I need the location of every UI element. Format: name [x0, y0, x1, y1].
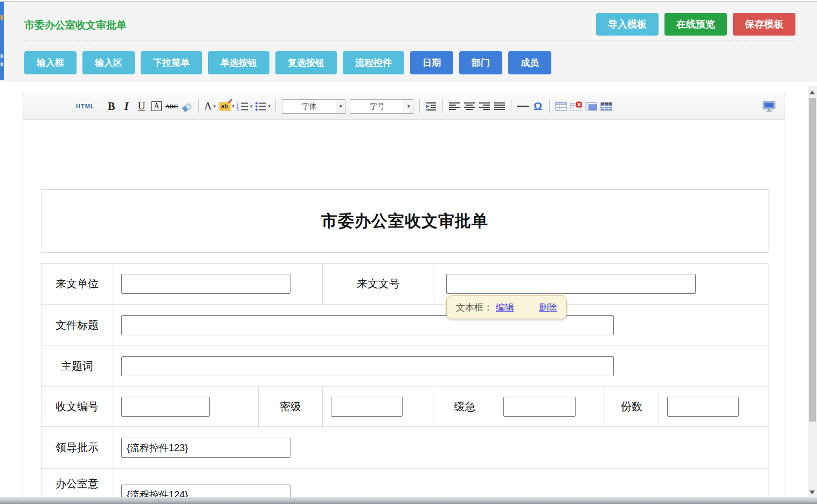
svg-text:3: 3	[237, 108, 239, 111]
copies-cell	[659, 386, 768, 427]
unordered-list-icon[interactable]: ▾	[255, 98, 271, 114]
scroll-down-icon[interactable]	[809, 491, 815, 494]
toolbar-separator	[549, 99, 550, 113]
table-properties-icon[interactable]	[600, 98, 613, 114]
table-row: 领导批示	[41, 427, 768, 469]
align-center-icon[interactable]	[463, 98, 476, 114]
align-justify-icon[interactable]	[493, 98, 506, 114]
pencil-icon	[227, 98, 232, 103]
scrollbar-thumb[interactable]	[809, 98, 816, 422]
receipt-number-input[interactable]	[121, 397, 210, 417]
widget-button-department[interactable]: 部门	[459, 51, 502, 74]
toolbar-separator	[198, 99, 199, 113]
tooltip-label: 文本框：	[456, 301, 493, 314]
editor-toolbar: HTML B I U A ABC A▾ ab ▾ 123 ▾ ▾	[23, 93, 785, 120]
table-row: 收文编号 密级 缓急 份数	[41, 386, 768, 427]
widget-button-radio[interactable]: 单选按钮	[208, 51, 269, 74]
indent-icon[interactable]	[425, 98, 438, 114]
widget-button-date[interactable]: 日期	[410, 51, 453, 74]
widget-button-checkbox[interactable]: 复选按钮	[275, 51, 337, 74]
underline-icon[interactable]: U	[135, 98, 148, 114]
select-arrow-icon[interactable]: ▼	[404, 100, 413, 113]
table-cell-properties-icon[interactable]	[585, 98, 598, 114]
align-left-icon[interactable]	[448, 98, 461, 114]
import-template-button[interactable]: 导入模板	[596, 13, 659, 36]
secrecy-level-cell	[323, 386, 435, 427]
urgency-label: 缓急	[434, 386, 495, 427]
chevron-down-icon: ▾	[213, 103, 216, 109]
left-edge-clipped-content	[0, 2, 4, 80]
insert-table-icon[interactable]	[555, 98, 567, 114]
widget-button-member[interactable]: 成员	[508, 51, 551, 74]
source-unit-cell	[113, 264, 323, 305]
widget-button-textarea[interactable]: 输入区	[82, 51, 135, 74]
widget-button-flow-control[interactable]: 流程控件	[343, 51, 404, 74]
widget-toolbar: 输入框 输入区 下拉菜单 单选按钮 复选按钮 流程控件 日期 部门 成员	[24, 51, 551, 74]
delete-table-icon[interactable]	[570, 98, 583, 114]
font-size-select[interactable]: 字号 ▼	[350, 99, 413, 114]
toolbar-separator	[419, 99, 420, 113]
fullscreen-icon[interactable]	[762, 98, 776, 114]
secrecy-level-input[interactable]	[331, 397, 403, 417]
leader-instructions-cell	[113, 427, 768, 469]
page-title: 市委办公室收文审批单	[24, 18, 127, 32]
source-unit-label: 来文单位	[41, 264, 113, 305]
ordered-list-icon[interactable]: 123 ▾	[237, 98, 253, 114]
chevron-down-icon: ▾	[232, 103, 235, 109]
document-number-input[interactable]	[446, 274, 696, 294]
window-bottom-bar	[0, 497, 817, 504]
header-panel: 市委办公室收文审批单 导入模板 在线预览 保存模板 输入框 输入区 下拉菜单 单…	[4, 2, 817, 82]
toolbar-separator	[511, 99, 511, 113]
html-source-icon[interactable]: HTML	[76, 98, 95, 114]
left-strip-mark	[1, 54, 3, 58]
template-actions: 导入模板 在线预览 保存模板	[596, 13, 795, 36]
save-template-button[interactable]: 保存模板	[733, 13, 795, 36]
table-row: 文件标题	[41, 305, 768, 346]
special-character-icon[interactable]: Ω	[531, 98, 544, 114]
edit-link[interactable]: 编辑	[496, 301, 514, 314]
subject-words-label: 主题词	[41, 346, 113, 386]
document-title-label: 文件标题	[41, 305, 113, 346]
document-title-cell	[113, 305, 768, 346]
scroll-up-icon[interactable]	[809, 91, 815, 94]
form-table: 来文单位 来文文号 文件标题	[41, 263, 768, 503]
header-divider	[24, 40, 794, 40]
secrecy-level-label: 密级	[259, 386, 323, 427]
font-color-icon[interactable]: A▾	[204, 98, 217, 114]
form-title-cell: 市委办公室收文审批单	[41, 189, 768, 253]
subject-words-cell	[113, 346, 768, 386]
select-arrow-icon[interactable]: ▼	[336, 100, 345, 113]
align-right-icon[interactable]	[478, 98, 491, 114]
leader-instructions-input[interactable]	[121, 438, 290, 458]
document-number-label: 来文文号	[323, 264, 435, 305]
vertical-scrollbar[interactable]	[808, 86, 817, 504]
rich-text-editor: HTML B I U A ABC A▾ ab ▾ 123 ▾ ▾	[23, 93, 785, 504]
delete-link[interactable]: 删除	[539, 301, 557, 314]
horizontal-rule-icon[interactable]	[516, 98, 529, 114]
font-family-select[interactable]: 字体 ▼	[282, 99, 345, 114]
chevron-down-icon: ▾	[250, 103, 253, 109]
urgency-input[interactable]	[503, 397, 576, 417]
toolbar-separator	[442, 99, 443, 113]
receipt-number-cell	[113, 386, 259, 427]
editor-content[interactable]: 市委办公室收文审批单 来文单位 来文文号 文件标题	[23, 120, 785, 503]
source-unit-input[interactable]	[121, 274, 290, 294]
form-title: 市委办公室收文审批单	[321, 210, 488, 232]
chevron-down-icon: ▾	[268, 103, 271, 109]
subject-words-input[interactable]	[121, 356, 614, 376]
copies-input[interactable]	[667, 397, 739, 417]
online-preview-button[interactable]: 在线预览	[664, 13, 727, 36]
urgency-cell	[495, 386, 604, 427]
receipt-number-label: 收文编号	[41, 386, 113, 427]
highlight-color-icon[interactable]: ab ▾	[219, 98, 235, 114]
bold-icon[interactable]: B	[105, 98, 118, 114]
leader-instructions-label: 领导批示	[41, 427, 113, 469]
character-border-icon[interactable]: A	[151, 101, 161, 111]
widget-button-dropdown[interactable]: 下拉菜单	[141, 51, 202, 74]
remove-format-eraser-icon[interactable]	[181, 98, 193, 114]
strikethrough-icon[interactable]: ABC	[165, 98, 178, 114]
table-row: 来文单位 来文文号	[41, 264, 768, 305]
app-window: 市委办公室收文审批单 导入模板 在线预览 保存模板 输入框 输入区 下拉菜单 单…	[0, 0, 817, 504]
widget-button-input-box[interactable]: 输入框	[24, 51, 77, 74]
italic-icon[interactable]: I	[120, 98, 133, 114]
